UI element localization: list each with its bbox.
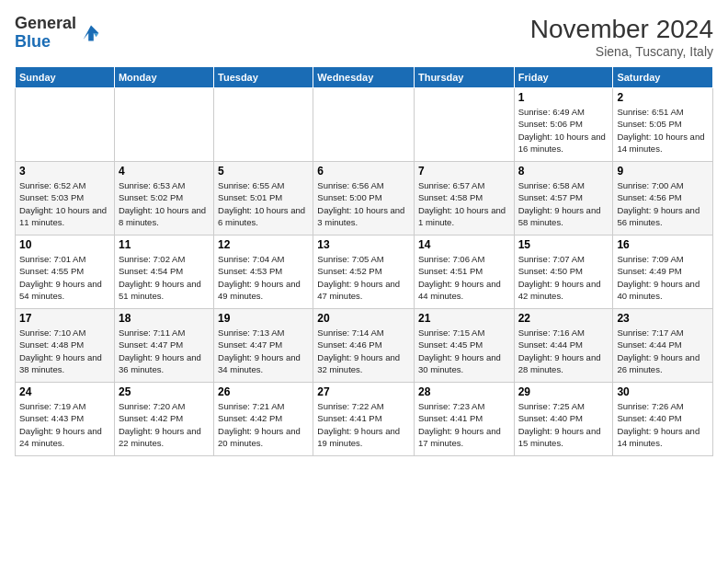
calendar-cell — [214, 88, 313, 162]
calendar-cell: 29Sunrise: 7:25 AM Sunset: 4:40 PM Dayli… — [514, 383, 613, 456]
day-info: Sunrise: 7:00 AM Sunset: 4:56 PM Dayligh… — [617, 179, 709, 228]
day-number: 30 — [617, 385, 709, 398]
calendar-cell: 27Sunrise: 7:22 AM Sunset: 4:41 PM Dayli… — [313, 383, 415, 456]
calendar-cell: 1Sunrise: 6:49 AM Sunset: 5:06 PM Daylig… — [514, 88, 613, 162]
calendar-cell: 6Sunrise: 6:56 AM Sunset: 5:00 PM Daylig… — [313, 162, 415, 236]
day-info: Sunrise: 7:09 AM Sunset: 4:49 PM Dayligh… — [617, 253, 709, 302]
day-number: 13 — [317, 238, 410, 251]
calendar-table: SundayMondayTuesdayWednesdayThursdayFrid… — [15, 66, 713, 456]
logo-icon — [78, 20, 104, 46]
day-number: 3 — [19, 165, 110, 178]
day-info: Sunrise: 6:58 AM Sunset: 4:57 PM Dayligh… — [518, 179, 609, 228]
calendar-cell — [114, 88, 213, 162]
day-number: 1 — [518, 91, 609, 104]
day-info: Sunrise: 7:14 AM Sunset: 4:46 PM Dayligh… — [317, 327, 410, 375]
calendar-cell: 21Sunrise: 7:15 AM Sunset: 4:45 PM Dayli… — [414, 309, 514, 383]
day-number: 18 — [119, 312, 210, 325]
logo: General Blue — [15, 15, 104, 52]
calendar-cell: 16Sunrise: 7:09 AM Sunset: 4:49 PM Dayli… — [613, 236, 713, 309]
day-info: Sunrise: 7:04 AM Sunset: 4:53 PM Dayligh… — [218, 253, 309, 302]
calendar-cell: 28Sunrise: 7:23 AM Sunset: 4:41 PM Dayli… — [414, 383, 514, 456]
calendar-week-4: 17Sunrise: 7:10 AM Sunset: 4:48 PM Dayli… — [16, 309, 713, 383]
weekday-header-friday: Friday — [514, 67, 613, 88]
calendar-cell: 8Sunrise: 6:58 AM Sunset: 4:57 PM Daylig… — [514, 162, 613, 236]
day-info: Sunrise: 6:49 AM Sunset: 5:06 PM Dayligh… — [518, 106, 609, 155]
calendar-cell: 18Sunrise: 7:11 AM Sunset: 4:47 PM Dayli… — [114, 309, 213, 383]
calendar-cell: 19Sunrise: 7:13 AM Sunset: 4:47 PM Dayli… — [214, 309, 313, 383]
day-number: 5 — [218, 165, 309, 178]
day-info: Sunrise: 7:06 AM Sunset: 4:51 PM Dayligh… — [418, 253, 510, 302]
day-number: 9 — [617, 165, 709, 178]
calendar-cell: 5Sunrise: 6:55 AM Sunset: 5:01 PM Daylig… — [214, 162, 313, 236]
day-info: Sunrise: 6:56 AM Sunset: 5:00 PM Dayligh… — [317, 179, 410, 228]
day-number: 25 — [119, 385, 210, 398]
weekday-header-saturday: Saturday — [613, 67, 713, 88]
day-info: Sunrise: 7:19 AM Sunset: 4:43 PM Dayligh… — [19, 400, 110, 449]
day-info: Sunrise: 7:25 AM Sunset: 4:40 PM Dayligh… — [518, 400, 609, 449]
day-info: Sunrise: 7:22 AM Sunset: 4:41 PM Dayligh… — [317, 400, 410, 449]
calendar-cell: 17Sunrise: 7:10 AM Sunset: 4:48 PM Dayli… — [16, 309, 115, 383]
day-info: Sunrise: 6:52 AM Sunset: 5:03 PM Dayligh… — [19, 179, 110, 228]
day-number: 7 — [418, 165, 510, 178]
day-info: Sunrise: 6:55 AM Sunset: 5:01 PM Dayligh… — [218, 179, 309, 228]
weekday-header-sunday: Sunday — [16, 67, 115, 88]
day-number: 22 — [518, 312, 609, 325]
calendar-cell: 14Sunrise: 7:06 AM Sunset: 4:51 PM Dayli… — [414, 236, 514, 309]
day-number: 15 — [518, 238, 609, 251]
day-number: 23 — [617, 312, 709, 325]
day-number: 10 — [19, 238, 110, 251]
day-info: Sunrise: 7:20 AM Sunset: 4:42 PM Dayligh… — [119, 400, 210, 449]
day-number: 4 — [119, 165, 210, 178]
day-number: 28 — [418, 385, 510, 398]
day-number: 24 — [19, 385, 110, 398]
weekday-header-tuesday: Tuesday — [214, 67, 313, 88]
calendar-cell: 30Sunrise: 7:26 AM Sunset: 4:40 PM Dayli… — [613, 383, 713, 456]
calendar-week-5: 24Sunrise: 7:19 AM Sunset: 4:43 PM Dayli… — [16, 383, 713, 456]
weekday-header-thursday: Thursday — [414, 67, 514, 88]
day-number: 6 — [317, 165, 410, 178]
day-info: Sunrise: 7:05 AM Sunset: 4:52 PM Dayligh… — [317, 253, 410, 302]
day-info: Sunrise: 7:21 AM Sunset: 4:42 PM Dayligh… — [218, 400, 309, 449]
calendar-cell: 13Sunrise: 7:05 AM Sunset: 4:52 PM Dayli… — [313, 236, 415, 309]
day-info: Sunrise: 7:07 AM Sunset: 4:50 PM Dayligh… — [518, 253, 609, 302]
calendar-cell: 11Sunrise: 7:02 AM Sunset: 4:54 PM Dayli… — [114, 236, 213, 309]
logo-general: General — [15, 14, 76, 32]
day-info: Sunrise: 7:01 AM Sunset: 4:55 PM Dayligh… — [19, 253, 110, 302]
day-number: 19 — [218, 312, 309, 325]
day-number: 11 — [119, 238, 210, 251]
day-info: Sunrise: 6:51 AM Sunset: 5:05 PM Dayligh… — [617, 106, 709, 155]
calendar-cell: 12Sunrise: 7:04 AM Sunset: 4:53 PM Dayli… — [214, 236, 313, 309]
day-number: 29 — [518, 385, 609, 398]
day-info: Sunrise: 7:23 AM Sunset: 4:41 PM Dayligh… — [418, 400, 510, 449]
logo-blue: Blue — [15, 32, 51, 51]
calendar-cell: 3Sunrise: 6:52 AM Sunset: 5:03 PM Daylig… — [16, 162, 115, 236]
day-number: 26 — [218, 385, 309, 398]
calendar-cell: 26Sunrise: 7:21 AM Sunset: 4:42 PM Dayli… — [214, 383, 313, 456]
day-info: Sunrise: 7:17 AM Sunset: 4:44 PM Dayligh… — [617, 327, 709, 375]
day-number: 14 — [418, 238, 510, 251]
day-number: 20 — [317, 312, 410, 325]
calendar-cell: 15Sunrise: 7:07 AM Sunset: 4:50 PM Dayli… — [514, 236, 613, 309]
calendar-week-1: 1Sunrise: 6:49 AM Sunset: 5:06 PM Daylig… — [16, 88, 713, 162]
day-number: 21 — [418, 312, 510, 325]
day-number: 16 — [617, 238, 709, 251]
day-info: Sunrise: 7:13 AM Sunset: 4:47 PM Dayligh… — [218, 327, 309, 375]
day-info: Sunrise: 7:02 AM Sunset: 4:54 PM Dayligh… — [119, 253, 210, 302]
day-info: Sunrise: 7:10 AM Sunset: 4:48 PM Dayligh… — [19, 327, 110, 375]
calendar-cell — [16, 88, 115, 162]
calendar-cell: 20Sunrise: 7:14 AM Sunset: 4:46 PM Dayli… — [313, 309, 415, 383]
calendar-cell: 22Sunrise: 7:16 AM Sunset: 4:44 PM Dayli… — [514, 309, 613, 383]
day-info: Sunrise: 6:53 AM Sunset: 5:02 PM Dayligh… — [119, 179, 210, 228]
calendar-cell — [313, 88, 415, 162]
day-number: 27 — [317, 385, 410, 398]
page: General Blue November 2024 Siena, Tuscan… — [0, 0, 728, 563]
svg-marker-1 — [94, 33, 99, 37]
day-number: 8 — [518, 165, 609, 178]
calendar-cell: 23Sunrise: 7:17 AM Sunset: 4:44 PM Dayli… — [613, 309, 713, 383]
day-info: Sunrise: 7:15 AM Sunset: 4:45 PM Dayligh… — [418, 327, 510, 375]
calendar-cell — [414, 88, 514, 162]
calendar-cell: 10Sunrise: 7:01 AM Sunset: 4:55 PM Dayli… — [16, 236, 115, 309]
calendar-cell: 2Sunrise: 6:51 AM Sunset: 5:05 PM Daylig… — [613, 88, 713, 162]
calendar-week-3: 10Sunrise: 7:01 AM Sunset: 4:55 PM Dayli… — [16, 236, 713, 309]
weekday-header-wednesday: Wednesday — [313, 67, 415, 88]
